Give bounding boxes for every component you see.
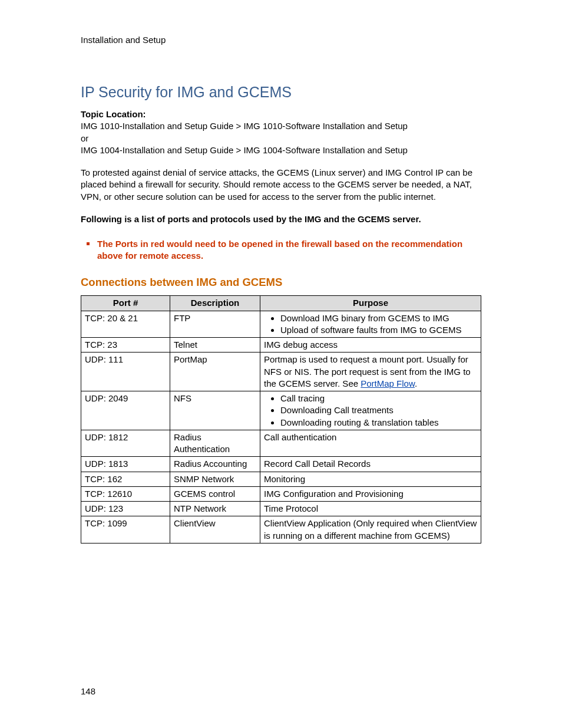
cell-purpose: Monitoring (260, 472, 481, 486)
table-row: TCP: 162 SNMP Network Monitoring (81, 472, 481, 486)
th-purpose: Purpose (260, 296, 481, 311)
cell-desc: GCEMS control (170, 486, 260, 501)
section-heading: Connections between IMG and GCEMS (81, 275, 481, 290)
cell-port: UDP: 123 (81, 502, 170, 516)
running-header: Installation and Setup (81, 34, 481, 46)
cell-desc: Telnet (170, 338, 260, 353)
cell-purpose: Download IMG binary from GCEMS to IMG Up… (260, 311, 481, 338)
table-row: UDP: 2049 NFS Call tracing Downloading C… (81, 391, 481, 430)
cell-port: TCP: 20 & 21 (81, 311, 170, 338)
cell-purpose: IMG Configuration and Provisioning (260, 486, 481, 501)
cell-desc: Radius Accounting (170, 457, 260, 472)
cell-desc: FTP (170, 311, 260, 338)
purpose-item: Call tracing (280, 393, 477, 404)
table-row: TCP: 23 Telnet IMG debug access (81, 338, 481, 353)
cell-port: TCP: 12610 (81, 486, 170, 501)
cell-port: UDP: 111 (81, 353, 170, 391)
purpose-post: . (415, 378, 417, 388)
purpose-item: Downloading Call treatments (280, 404, 477, 416)
topic-line-1: IMG 1010-Installation and Setup Guide > … (81, 121, 408, 131)
purpose-item: Download IMG binary from GCEMS to IMG (280, 312, 477, 324)
topic-or: or (81, 133, 88, 143)
cell-purpose: Call authentication (260, 430, 481, 457)
th-port: Port # (81, 296, 170, 311)
ports-table: Port # Description Purpose TCP: 20 & 21 … (81, 295, 481, 543)
red-port-note-list: The Ports in red would need to be opened… (81, 238, 481, 262)
cell-desc: PortMap (170, 353, 260, 391)
cell-purpose: Record Call Detail Records (260, 457, 481, 472)
cell-purpose: ClientView Application (Only required wh… (260, 516, 481, 543)
table-row: TCP: 1099 ClientView ClientView Applicat… (81, 516, 481, 543)
purpose-item: Downloading routing & translation tables (280, 417, 477, 429)
cell-port: UDP: 1813 (81, 457, 170, 472)
cell-purpose: IMG debug access (260, 338, 481, 353)
table-row: UDP: 111 PortMap Portmap is used to requ… (81, 353, 481, 391)
topic-location-label: Topic Location: (81, 108, 481, 120)
topic-line-2: IMG 1004-Installation and Setup Guide > … (81, 145, 408, 155)
topic-location-body: IMG 1010-Installation and Setup Guide > … (81, 120, 481, 156)
cell-port: UDP: 1812 (81, 430, 170, 457)
intro-paragraph: To protested against denial of service a… (81, 167, 481, 203)
red-port-note: The Ports in red would need to be opened… (81, 238, 481, 262)
cell-port: UDP: 2049 (81, 391, 170, 430)
cell-desc: SNMP Network (170, 472, 260, 486)
cell-desc: ClientView (170, 516, 260, 543)
page-number: 148 (81, 686, 95, 697)
table-row: UDP: 1813 Radius Accounting Record Call … (81, 457, 481, 472)
cell-desc: Radius Authentication (170, 430, 260, 457)
table-row: UDP: 1812 Radius Authentication Call aut… (81, 430, 481, 457)
cell-purpose: Call tracing Downloading Call treatments… (260, 391, 481, 430)
table-row: TCP: 12610 GCEMS control IMG Configurati… (81, 486, 481, 501)
cell-port: TCP: 162 (81, 472, 170, 486)
purpose-item: Upload of software faults from IMG to GC… (280, 324, 477, 336)
cell-purpose: Time Protocol (260, 502, 481, 516)
table-row: UDP: 123 NTP Network Time Protocol (81, 502, 481, 516)
cell-desc: NTP Network (170, 502, 260, 516)
following-paragraph: Following is a list of ports and protoco… (81, 213, 481, 225)
cell-port: TCP: 1099 (81, 516, 170, 543)
cell-port: TCP: 23 (81, 338, 170, 353)
cell-purpose: Portmap is used to request a mount port.… (260, 353, 481, 391)
table-row: TCP: 20 & 21 FTP Download IMG binary fro… (81, 311, 481, 338)
cell-desc: NFS (170, 391, 260, 430)
th-desc: Description (170, 296, 260, 311)
page-title: IP Security for IMG and GCEMS (81, 83, 481, 103)
portmap-flow-link[interactable]: PortMap Flow (361, 378, 415, 388)
